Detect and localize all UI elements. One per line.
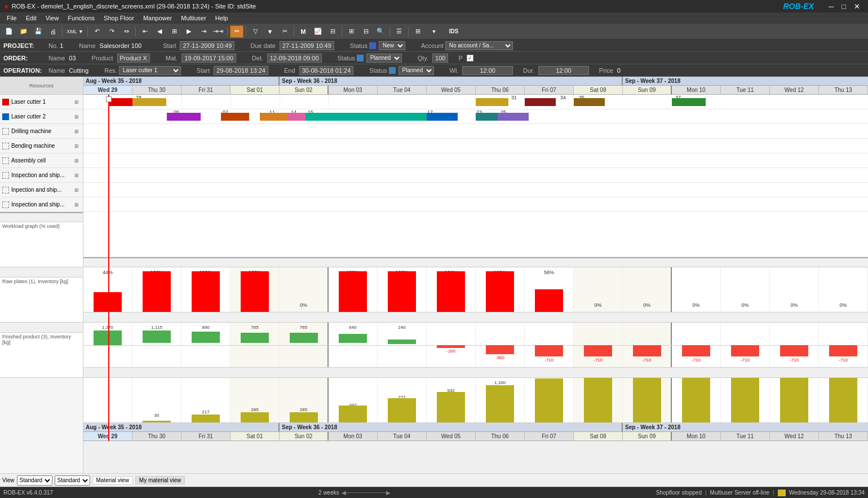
grid2-button[interactable]: ⊟ xyxy=(359,25,373,38)
close-button[interactable]: ✕ xyxy=(851,2,863,11)
sep5 xyxy=(246,27,246,37)
finished-header-right xyxy=(83,368,868,378)
sidebar-color-7 xyxy=(2,201,9,208)
operation-wl-value[interactable]: 12:00 xyxy=(462,66,513,75)
list-button[interactable]: ☰ xyxy=(392,25,406,38)
multiuser-text: Multiuser Server off-line xyxy=(710,490,769,496)
menu-shopfloor[interactable]: Shop Floor xyxy=(99,14,139,22)
redo-button[interactable]: ↷ xyxy=(105,25,118,38)
operation-res-select[interactable]: Laser cutter 1 xyxy=(119,66,181,75)
wl-pct-sun02: 0% xyxy=(300,302,307,308)
material-view-select[interactable]: Standard xyxy=(55,475,90,486)
menu-file[interactable]: File xyxy=(2,14,21,22)
bar-laser1-mon10[interactable] xyxy=(672,98,706,106)
goto-button[interactable]: ⇔ xyxy=(119,25,133,38)
bar-laser2-11[interactable] xyxy=(260,113,291,121)
rp-bar-wed29 xyxy=(94,330,122,345)
sidebar-item-1[interactable]: Laser cutter 2 ⊞ xyxy=(0,109,83,124)
operation-start-value[interactable]: 29-08-2018 13:24 xyxy=(214,66,268,75)
middle-button[interactable]: ⊞ xyxy=(167,25,181,38)
project-due-value[interactable]: 27-11-2009 10:49 xyxy=(280,41,334,50)
order-name-value: 03 xyxy=(69,55,76,61)
fast-next-button[interactable]: ⇥⇥ xyxy=(211,25,225,38)
chart-button[interactable]: 📈 xyxy=(311,25,325,38)
xml-button[interactable]: XML ▼ xyxy=(65,25,85,38)
bar-laser1-thu30[interactable] xyxy=(132,98,166,106)
prev-button[interactable]: ◀ xyxy=(153,25,166,38)
save-button[interactable]: 💾 xyxy=(32,25,45,38)
order-mat-value[interactable]: 19-09-2017 15:00 xyxy=(181,54,236,63)
filter-button[interactable]: ▽ xyxy=(249,25,262,38)
order-status-select[interactable]: Planned xyxy=(366,54,402,63)
order-product-value[interactable]: Product X xyxy=(117,54,150,63)
rp-bar-sat08-neg xyxy=(584,345,612,356)
order-del-value[interactable]: 12-09-2018 09:00 xyxy=(267,54,322,63)
new-button[interactable]: 📄 xyxy=(2,25,16,38)
bar-laser2-25[interactable] xyxy=(498,113,529,121)
project-status-select[interactable]: New xyxy=(379,41,405,50)
sidebar-item-2[interactable]: Drilling machine ⊞ xyxy=(0,124,83,139)
bar-laser2-15-wide[interactable] xyxy=(305,113,429,121)
project-account-select[interactable]: No account / Sa... xyxy=(445,41,513,50)
menu-functions[interactable]: Functions xyxy=(63,14,99,22)
m-button[interactable]: M xyxy=(296,25,310,38)
menu-multiuser[interactable]: Multiuser xyxy=(176,14,211,22)
fp-mon10: 1,660 xyxy=(672,378,721,422)
menu-edit[interactable]: Edit xyxy=(21,14,41,22)
rp-val-mon03: 640 xyxy=(349,325,356,330)
material-view-tab[interactable]: Material view xyxy=(92,476,133,484)
open-button[interactable]: 📁 xyxy=(17,25,30,38)
minimize-button[interactable]: ─ xyxy=(825,2,837,11)
first-button[interactable]: ⇤ xyxy=(138,25,152,38)
grid-button[interactable]: ⊞ xyxy=(344,25,358,38)
sidebar-item-6[interactable]: Inpection and ship... ⊞ xyxy=(0,183,83,197)
screen-button[interactable]: ⊞ xyxy=(411,25,424,38)
menu-manpower[interactable]: Manpower xyxy=(139,14,176,22)
sidebar-item-3[interactable]: Bending machine ⊞ xyxy=(0,139,83,153)
wl-bar-thu30 xyxy=(143,271,171,312)
operation-dur-value[interactable]: 12:00 xyxy=(538,66,589,75)
split-button[interactable]: ⊟ xyxy=(326,25,339,38)
fp-bar-mon10 xyxy=(682,378,710,422)
screen2-button[interactable]: ▼ xyxy=(426,25,442,38)
scissors-button[interactable]: ✂ xyxy=(278,25,291,38)
bot-day-tue04: Tue 04 xyxy=(378,432,427,440)
menu-view[interactable]: View xyxy=(41,14,64,22)
sidebar-item-5[interactable]: Inspection and ship... ⊞ xyxy=(0,168,83,183)
last-button[interactable]: ⇥ xyxy=(197,25,210,38)
rp-val-fri31: 890 xyxy=(202,325,209,330)
view-select[interactable]: Standard xyxy=(17,475,52,486)
wl-pct-sun09: 0% xyxy=(643,302,650,308)
bar-laser1-fri07[interactable] xyxy=(574,98,605,106)
shopfloor-text: Shopfloor stopped xyxy=(656,490,702,496)
sidebar-icon-1: ⊞ xyxy=(73,113,81,121)
sidebar-item-0[interactable]: Laser cutter 1 ⊞ xyxy=(0,95,83,109)
maximize-button[interactable]: □ xyxy=(838,2,849,11)
undo-button[interactable]: ↶ xyxy=(90,25,104,38)
workload-header-right xyxy=(83,257,868,267)
bar-laser1-wed29[interactable] xyxy=(108,98,132,106)
sidebar-item-4[interactable]: Assembly cell ⊞ xyxy=(0,153,83,168)
status-shopfloor: Shopfloor stopped | Multiuser Server off… xyxy=(656,490,865,496)
bottom-week-sep37: Sep - Week 37 - 2018 xyxy=(623,423,868,431)
operation-status-select[interactable]: Planned xyxy=(398,66,434,75)
sidebar-item-7[interactable]: Inspection and ship... ⊞ xyxy=(0,197,83,212)
ids-button[interactable]: IDS xyxy=(444,25,464,38)
project-start-value[interactable]: 27-11-2009 10:49 xyxy=(180,41,234,50)
sidebar-color-3 xyxy=(2,143,9,149)
bar-laser1-thu06[interactable] xyxy=(525,98,556,106)
next-button[interactable]: ▶ xyxy=(182,25,196,38)
filter2-button[interactable]: ▼ xyxy=(263,25,277,38)
bar-laser1-wed05[interactable] xyxy=(476,98,508,106)
order-p-checkbox[interactable]: ✓ xyxy=(467,55,473,61)
pencil-button[interactable]: ✏ xyxy=(230,25,243,38)
my-material-view-tab[interactable]: My material view xyxy=(135,476,185,484)
order-qty-value[interactable]: 100 xyxy=(432,54,448,63)
print-button[interactable]: 🖨 xyxy=(46,25,60,38)
operation-end-value[interactable]: 30-08-2018 01:24 xyxy=(299,66,354,75)
menu-help[interactable]: Help xyxy=(211,14,233,22)
bar-laser2-07[interactable] xyxy=(221,113,249,121)
bar-laser2-17[interactable] xyxy=(427,113,458,121)
bar-laser2-05[interactable] xyxy=(167,113,201,121)
zoom-button[interactable]: 🔍 xyxy=(374,25,387,38)
